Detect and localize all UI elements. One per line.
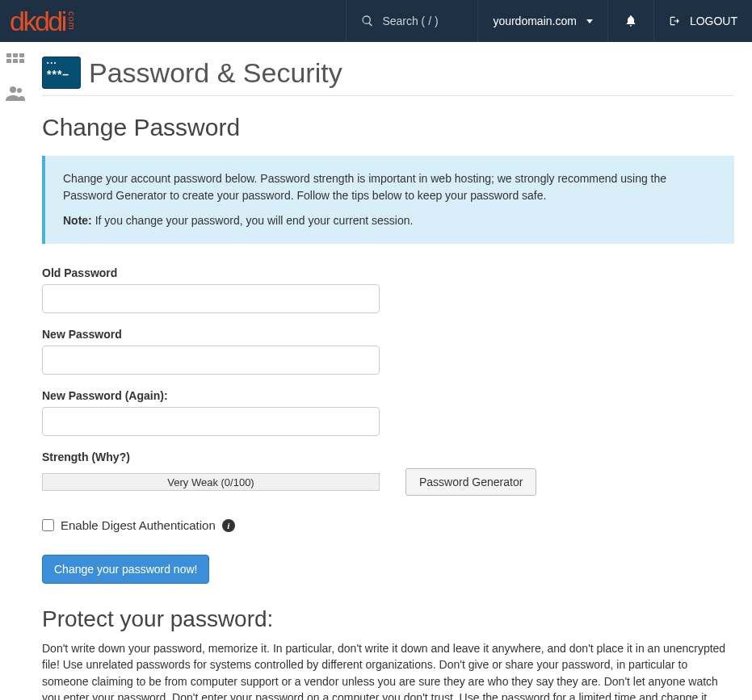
new-password-label: New Password	[42, 328, 734, 341]
brand-name: dkddi	[10, 6, 65, 37]
svg-rect-0	[6, 53, 11, 57]
password-generator-button[interactable]: Password Generator	[405, 468, 536, 496]
new-password-again-input[interactable]	[42, 407, 380, 436]
apps-grid-button[interactable]	[6, 53, 24, 70]
svg-point-7	[10, 86, 16, 93]
users-button[interactable]	[6, 85, 25, 103]
page-title: Password & Security	[89, 57, 342, 89]
bell-icon	[624, 15, 637, 27]
digest-auth-checkbox[interactable]	[42, 519, 54, 531]
users-icon	[6, 85, 25, 101]
logout-button[interactable]: LOGOUT	[653, 0, 752, 42]
info-note: Note: If you change your password, you w…	[63, 212, 716, 229]
digest-auth-label: Enable Digest Authentication	[61, 518, 216, 532]
section-heading: Change Password	[42, 114, 734, 141]
protect-heading: Protect your password:	[42, 606, 734, 632]
protect-text: Don't write down your password, memorize…	[42, 640, 734, 700]
note-label: Note:	[63, 214, 92, 227]
new-password-again-field: New Password (Again):	[42, 389, 734, 436]
search-icon	[361, 15, 374, 27]
svg-rect-1	[13, 53, 18, 57]
password-badge-icon: • • • ***–	[42, 57, 81, 89]
chevron-down-icon	[586, 19, 593, 23]
topbar: dkddicom yourdomain.com LOGOUT	[0, 0, 752, 42]
logout-icon	[669, 15, 680, 27]
svg-rect-2	[19, 53, 24, 57]
strength-meter: Very Weak (0/100)	[42, 473, 380, 491]
svg-rect-5	[19, 59, 24, 63]
sidebar	[0, 42, 31, 700]
change-password-button[interactable]: Change your password now!	[42, 555, 209, 584]
svg-rect-4	[13, 59, 18, 63]
info-callout: Change your account password below. Pass…	[42, 156, 734, 244]
search-box[interactable]	[346, 0, 477, 42]
grid-icon	[6, 53, 24, 68]
brand-suffix: com	[67, 11, 77, 31]
svg-rect-6	[6, 65, 11, 68]
strength-label: Strength (Why?)	[42, 451, 734, 463]
new-password-again-label: New Password (Again):	[42, 389, 734, 402]
main-content: • • • ***– Password & Security Change Pa…	[31, 42, 752, 700]
divider	[42, 95, 734, 96]
svg-rect-3	[6, 59, 11, 63]
domain-dropdown[interactable]: yourdomain.com	[477, 0, 607, 42]
domain-label: yourdomain.com	[493, 15, 577, 27]
svg-point-8	[17, 88, 22, 93]
new-password-field: New Password	[42, 328, 734, 375]
brand-logo[interactable]: dkddicom	[0, 6, 86, 37]
note-text: If you change your password, you will en…	[95, 214, 414, 227]
info-icon[interactable]: i	[222, 519, 235, 532]
old-password-input[interactable]	[42, 284, 380, 313]
old-password-label: Old Password	[42, 266, 734, 279]
old-password-field: Old Password	[42, 266, 734, 313]
notifications-button[interactable]	[607, 0, 653, 42]
info-text: Change your account password below. Pass…	[63, 170, 716, 204]
search-input[interactable]	[382, 15, 463, 27]
new-password-input[interactable]	[42, 346, 380, 375]
logout-label: LOGOUT	[690, 15, 737, 27]
digest-auth-row: Enable Digest Authentication i	[42, 518, 734, 532]
